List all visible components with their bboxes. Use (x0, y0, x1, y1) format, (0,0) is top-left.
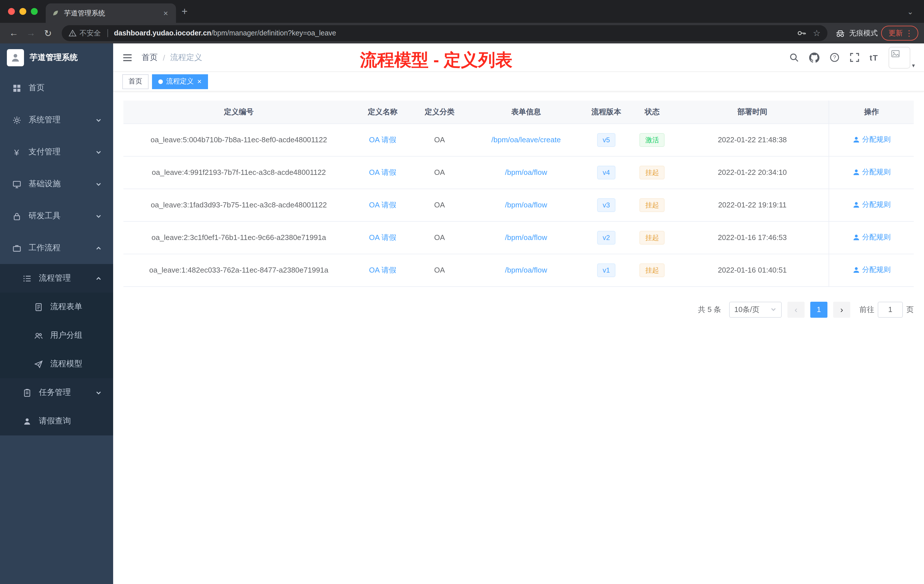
form-info-link[interactable]: /bpm/oa/flow (505, 201, 547, 209)
tags-view: 首页 流程定义 × (113, 72, 924, 91)
sidebar-item-payment[interactable]: ¥ 支付管理 (0, 136, 113, 168)
new-tab-button[interactable]: + (176, 3, 193, 20)
form-info-link[interactable]: /bpm/oa/leave/create (492, 135, 561, 144)
assign-rule-label: 分配规则 (862, 232, 891, 242)
definition-id: oa_leave:2:3c1f0ef1-76b1-11ec-9c66-a2380… (152, 233, 326, 242)
form-info-link[interactable]: /bpm/oa/flow (505, 233, 547, 242)
gear-icon (12, 116, 22, 124)
sidebar-item-process-model[interactable]: 流程模型 (0, 350, 113, 378)
page-content: 定义编号 定义名称 定义分类 表单信息 流程版本 状态 部署时间 操作 oa_l… (113, 91, 924, 584)
github-icon[interactable] (809, 52, 819, 63)
assign-rule-label: 分配规则 (862, 135, 891, 144)
security-status[interactable]: 不安全 (69, 28, 101, 38)
tag-close-icon[interactable]: × (197, 77, 201, 86)
page-unit-label: 页 (906, 304, 914, 315)
definition-category: OA (434, 266, 445, 274)
list-icon (22, 274, 32, 282)
definition-id: oa_leave:5:004b710b-7b8a-11ec-8ef0-acde4… (150, 135, 327, 144)
fullscreen-icon[interactable] (850, 53, 860, 62)
assign-rule-link[interactable]: 分配规则 (852, 232, 891, 242)
breadcrumb-home[interactable]: 首页 (142, 52, 158, 63)
column-process-version: 流程版本 (584, 101, 629, 124)
definition-name-link[interactable]: OA 请假 (369, 168, 396, 176)
form-info-link[interactable]: /bpm/oa/flow (505, 168, 547, 177)
breadcrumb-separator: / (163, 53, 165, 62)
briefcase-icon (12, 244, 22, 252)
close-window-button[interactable] (8, 8, 15, 15)
sidebar-item-process-form[interactable]: 流程表单 (0, 292, 113, 321)
pagination-total: 共 5 条 (698, 304, 721, 315)
chrome-update-button[interactable]: 更新 ⋮ (881, 26, 918, 41)
tab-search-chevron-icon[interactable]: ⌄ (902, 7, 918, 16)
table-row: oa_leave:3:1fad3d93-7b75-11ec-a3c8-acde4… (124, 188, 914, 221)
assign-rule-link[interactable]: 分配规则 (852, 135, 891, 144)
minimize-window-button[interactable] (20, 8, 26, 15)
column-status: 状态 (628, 101, 676, 124)
sidebar-item-home[interactable]: 首页 (0, 72, 113, 104)
window-controls (8, 8, 38, 15)
assign-rule-link[interactable]: 分配规则 (852, 200, 891, 210)
hamburger-icon[interactable] (122, 52, 132, 63)
page-1-button[interactable]: 1 (810, 302, 827, 317)
page-size-select[interactable]: 10条/页 (729, 302, 782, 317)
user-icon (852, 233, 860, 241)
sidebar: 芋道管理系统 首页 系统管理 ¥ 支付管理 (0, 43, 113, 584)
definition-name-link[interactable]: OA 请假 (369, 135, 396, 144)
sidebar-item-workflow[interactable]: 工作流程 (0, 232, 113, 264)
definition-name-link[interactable]: OA 请假 (369, 200, 396, 209)
sidebar-item-user-group[interactable]: 用户分组 (0, 321, 113, 350)
column-actions: 操作 (829, 101, 914, 124)
url-divider (107, 29, 108, 37)
update-label: 更新 (889, 28, 903, 38)
browser-tab[interactable]: 芋道管理系统 × (46, 3, 176, 23)
sidebar-item-task-management[interactable]: 任务管理 (0, 378, 113, 407)
definition-category: OA (434, 135, 445, 144)
table-row: oa_leave:4:991f2193-7b7f-11ec-a3c8-acde4… (124, 156, 914, 188)
definition-name-link[interactable]: OA 请假 (369, 266, 396, 274)
user-avatar-menu[interactable]: ▾ (889, 46, 915, 68)
sidebar-item-infrastructure[interactable]: 基础设施 (0, 168, 113, 200)
sidebar-item-leave-query[interactable]: 请假查询 (0, 407, 113, 436)
sidebar-item-dev-tools[interactable]: 研发工具 (0, 200, 113, 232)
help-icon[interactable]: ? (830, 53, 840, 62)
warning-icon (69, 29, 77, 37)
tag-process-definition[interactable]: 流程定义 × (152, 74, 208, 89)
address-bar[interactable]: 不安全 dashboard.yudao.iocoder.cn/bpm/manag… (62, 25, 827, 41)
password-key-icon[interactable] (797, 28, 806, 38)
bookmark-star-icon[interactable]: ☆ (813, 28, 820, 38)
chevron-down-icon (96, 213, 102, 219)
next-page-button[interactable]: › (833, 302, 850, 317)
font-size-icon[interactable]: tT (870, 53, 878, 62)
back-button[interactable]: ← (6, 25, 22, 41)
definition-id: oa_leave:1:482ec033-762a-11ec-8477-a2380… (149, 266, 328, 274)
goto-page-input[interactable] (878, 302, 903, 317)
tag-home[interactable]: 首页 (122, 74, 148, 89)
clipboard-icon (22, 388, 32, 397)
browser-menu-icon[interactable]: ⋮ (905, 28, 913, 38)
column-definition-category: 定义分类 (411, 101, 468, 124)
pagination: 共 5 条 10条/页 ‹ 1 › 前往 页 (124, 302, 914, 317)
chevron-up-icon (96, 275, 102, 281)
version-tag: v1 (597, 263, 615, 277)
tab-close-icon[interactable]: × (161, 8, 170, 18)
version-tag: v4 (597, 165, 615, 179)
sidebar-item-process-management[interactable]: 流程管理 (0, 264, 113, 292)
deploy-time: 2022-01-22 21:48:38 (718, 135, 787, 144)
sidebar-item-system[interactable]: 系统管理 (0, 104, 113, 136)
search-icon[interactable] (789, 53, 799, 62)
app-logo[interactable]: 芋道管理系统 (0, 43, 113, 72)
assign-rule-link[interactable]: 分配规则 (852, 167, 891, 177)
app-logo-image (7, 49, 24, 66)
active-dot (158, 79, 163, 84)
form-info-link[interactable]: /bpm/oa/flow (505, 266, 547, 274)
zoom-window-button[interactable] (31, 8, 38, 15)
reload-button[interactable]: ↻ (40, 25, 56, 41)
assign-rule-link[interactable]: 分配规则 (852, 265, 891, 275)
status-badge: 挂起 (639, 198, 665, 212)
sidebar-item-label: 首页 (28, 83, 45, 93)
user-icon (852, 266, 860, 274)
definition-name-link[interactable]: OA 请假 (369, 233, 396, 241)
table-body: oa_leave:5:004b710b-7b8a-11ec-8ef0-acde4… (124, 124, 914, 286)
annotation-text: 流程模型 - 定义列表 (360, 49, 512, 72)
main-panel: 流程模型 - 定义列表 首页 / 流程定义 (113, 43, 924, 584)
